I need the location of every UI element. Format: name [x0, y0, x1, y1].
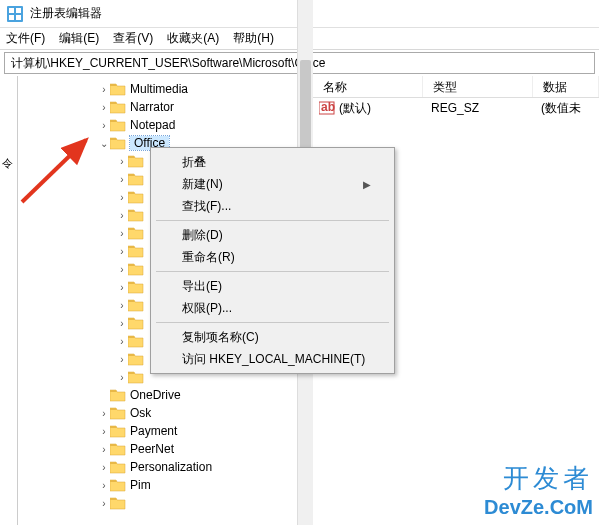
- list-header: 名称 类型 数据: [313, 76, 599, 98]
- tree-item[interactable]: OneDrive: [18, 386, 312, 404]
- chevron-right-icon[interactable]: ›: [98, 84, 110, 95]
- folder-icon: [128, 352, 144, 366]
- chevron-right-icon[interactable]: ›: [98, 444, 110, 455]
- watermark-line1: 开发者: [484, 461, 593, 496]
- chevron-right-icon[interactable]: ›: [116, 336, 128, 347]
- chevron-right-icon[interactable]: ›: [116, 210, 128, 221]
- folder-icon: [110, 478, 126, 492]
- svg-rect-4: [16, 15, 21, 20]
- chevron-right-icon[interactable]: ›: [116, 174, 128, 185]
- chevron-right-icon: ▶: [363, 179, 371, 190]
- folder-icon: [110, 118, 126, 132]
- chevron-right-icon[interactable]: ›: [116, 300, 128, 311]
- menu-favorites[interactable]: 收藏夹(A): [167, 30, 219, 47]
- folder-icon: [128, 226, 144, 240]
- menu-item[interactable]: 新建(N)▶: [154, 173, 391, 195]
- list-item[interactable]: ab (默认) REG_SZ (数值未: [313, 98, 599, 118]
- menu-item[interactable]: 权限(P)...: [154, 297, 391, 319]
- tree-item[interactable]: ›Notepad: [18, 116, 312, 134]
- chevron-right-icon[interactable]: ›: [116, 354, 128, 365]
- chevron-right-icon[interactable]: ›: [116, 264, 128, 275]
- watermark: 开发者 DevZe.CoM: [484, 461, 593, 519]
- menu-item-label: 重命名(R): [182, 249, 235, 266]
- col-data[interactable]: 数据: [533, 76, 599, 97]
- tree-item[interactable]: ›: [18, 494, 312, 512]
- folder-icon: [128, 172, 144, 186]
- menu-item[interactable]: 删除(D): [154, 224, 391, 246]
- menu-file[interactable]: 文件(F): [6, 30, 45, 47]
- chevron-right-icon[interactable]: ›: [116, 282, 128, 293]
- chevron-down-icon[interactable]: ⌄: [98, 138, 110, 149]
- tree-item[interactable]: ›Osk: [18, 404, 312, 422]
- window-title: 注册表编辑器: [30, 5, 102, 22]
- menu-item[interactable]: 复制项名称(C): [154, 326, 391, 348]
- menu-view[interactable]: 查看(V): [113, 30, 153, 47]
- chevron-right-icon[interactable]: ›: [98, 408, 110, 419]
- folder-icon: [110, 424, 126, 438]
- menu-separator: [156, 220, 389, 221]
- tree-item[interactable]: ›Narrator: [18, 98, 312, 116]
- chevron-right-icon[interactable]: ›: [116, 246, 128, 257]
- string-value-icon: ab: [319, 101, 335, 115]
- folder-icon: [128, 370, 144, 384]
- tree-item-label: OneDrive: [130, 388, 181, 402]
- menu-item-label: 复制项名称(C): [182, 329, 259, 346]
- menu-item-label: 导出(E): [182, 278, 222, 295]
- tree-item-label: Osk: [130, 406, 151, 420]
- tree-item[interactable]: ›Payment: [18, 422, 312, 440]
- value-name: (默认): [339, 100, 431, 117]
- folder-icon: [110, 460, 126, 474]
- folder-icon: [128, 298, 144, 312]
- chevron-right-icon[interactable]: ›: [98, 102, 110, 113]
- tree-item[interactable]: ›PeerNet: [18, 440, 312, 458]
- menu-edit[interactable]: 编辑(E): [59, 30, 99, 47]
- menu-item[interactable]: 访问 HKEY_LOCAL_MACHINE(T): [154, 348, 391, 370]
- folder-icon: [128, 190, 144, 204]
- chevron-right-icon[interactable]: ›: [116, 192, 128, 203]
- value-type: REG_SZ: [431, 101, 541, 115]
- chevron-right-icon[interactable]: ›: [98, 120, 110, 131]
- menu-item-label: 查找(F)...: [182, 198, 231, 215]
- chevron-right-icon[interactable]: ›: [98, 480, 110, 491]
- chevron-right-icon[interactable]: ›: [98, 462, 110, 473]
- address-text: 计算机\HKEY_CURRENT_USER\Software\Microsoft…: [11, 55, 326, 72]
- watermark-line2: DevZe.CoM: [484, 496, 593, 519]
- menu-item[interactable]: 重命名(R): [154, 246, 391, 268]
- tree-item[interactable]: ›Multimedia: [18, 80, 312, 98]
- menu-help[interactable]: 帮助(H): [233, 30, 274, 47]
- menu-item[interactable]: 查找(F)...: [154, 195, 391, 217]
- menu-item[interactable]: 导出(E): [154, 275, 391, 297]
- tree-item-label: Multimedia: [130, 82, 188, 96]
- menu-item-label: 删除(D): [182, 227, 223, 244]
- menu-item[interactable]: 折叠: [154, 151, 391, 173]
- value-data: (数值未: [541, 100, 581, 117]
- folder-icon: [128, 280, 144, 294]
- svg-text:ab: ab: [321, 101, 335, 114]
- menu-separator: [156, 322, 389, 323]
- menu-item-label: 权限(P)...: [182, 300, 232, 317]
- chevron-right-icon[interactable]: ›: [116, 318, 128, 329]
- chevron-right-icon[interactable]: ›: [116, 228, 128, 239]
- folder-icon: [128, 208, 144, 222]
- folder-icon: [110, 406, 126, 420]
- folder-icon: [128, 244, 144, 258]
- folder-icon: [128, 154, 144, 168]
- tree-item[interactable]: ›Personalization: [18, 458, 312, 476]
- col-type[interactable]: 类型: [423, 76, 533, 97]
- left-gutter: 令: [0, 76, 18, 525]
- chevron-right-icon[interactable]: ›: [98, 498, 110, 509]
- chevron-right-icon[interactable]: ›: [116, 372, 128, 383]
- svg-rect-2: [16, 8, 21, 13]
- tree-item-label: Payment: [130, 424, 177, 438]
- gutter-text: 令: [2, 156, 13, 171]
- chevron-right-icon[interactable]: ›: [98, 426, 110, 437]
- chevron-right-icon[interactable]: ›: [116, 156, 128, 167]
- folder-icon: [110, 388, 126, 402]
- menu-item-label: 新建(N): [182, 176, 223, 193]
- folder-icon: [110, 100, 126, 114]
- tree-item[interactable]: ›Pim: [18, 476, 312, 494]
- tree-item-label: Personalization: [130, 460, 212, 474]
- col-name[interactable]: 名称: [313, 76, 423, 97]
- tree-item-label: Pim: [130, 478, 151, 492]
- regedit-icon: [6, 5, 24, 23]
